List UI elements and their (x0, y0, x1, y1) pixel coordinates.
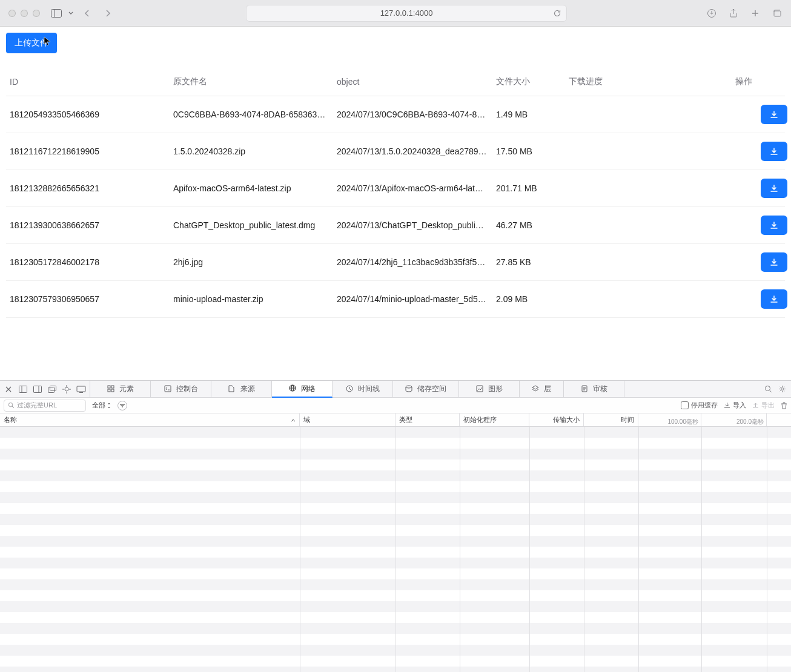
inspect-element-icon[interactable] (61, 383, 73, 395)
export-label: 导出 (761, 401, 775, 410)
table-header-row: ID 原文件名 object 文件大小 下载进度 操作 (6, 68, 785, 96)
chevron-down-icon[interactable] (68, 8, 74, 19)
network-table-header: 名称 域 类型 初始化程序 传输大小 时间 100.00毫秒 200.0毫秒 (0, 413, 791, 427)
tab-sources[interactable]: 来源 (211, 381, 272, 397)
svg-rect-14 (111, 386, 114, 388)
graphics-icon (476, 385, 485, 394)
svg-point-22 (406, 386, 412, 388)
cell-action (735, 179, 791, 198)
cell-filesize: 2.09 MB (496, 294, 569, 304)
cell-filesize: 27.85 KB (496, 257, 569, 267)
hcol-type[interactable]: 类型 (396, 413, 460, 426)
back-button[interactable] (80, 6, 94, 21)
popout-icon[interactable] (46, 383, 58, 395)
cell-action (735, 216, 791, 235)
disable-cache-input[interactable] (681, 401, 689, 409)
filter-group-label: 全部 (92, 401, 105, 410)
download-button[interactable] (761, 252, 787, 272)
import-button[interactable]: 导入 (724, 401, 746, 410)
tab-elements[interactable]: 元素 (90, 381, 151, 397)
tab-timeline[interactable]: 时间线 (333, 381, 393, 397)
tabs-overview-icon[interactable] (772, 8, 783, 19)
trash-icon[interactable] (781, 402, 787, 409)
reload-icon[interactable] (553, 9, 561, 18)
col-progress: 下载进度 (569, 76, 735, 87)
minimize-window-button[interactable] (21, 10, 28, 17)
close-devtools-icon[interactable] (2, 383, 15, 395)
filter-pill-icon[interactable] (117, 401, 127, 410)
address-bar[interactable]: 127.0.0.1:4000 (246, 5, 567, 22)
hcol-name[interactable]: 名称 (0, 413, 300, 426)
tab-label: 审核 (593, 384, 607, 394)
hcol-time[interactable]: 时间 (584, 413, 638, 426)
tab-audit[interactable]: 审核 (564, 381, 624, 397)
download-button[interactable] (761, 289, 787, 309)
cell-id: 1812116712218619905 (10, 147, 173, 156)
waterfall-header: 100.00毫秒 200.0毫秒 (638, 413, 791, 426)
downloads-icon[interactable] (706, 8, 717, 19)
tab-label: 网络 (301, 384, 316, 394)
toolbar-right-icons (706, 8, 783, 19)
download-button[interactable] (761, 216, 787, 235)
hcol-time-label: 时间 (621, 415, 634, 424)
svg-rect-6 (34, 386, 42, 392)
search-icon[interactable] (764, 385, 772, 393)
download-button[interactable] (761, 179, 787, 198)
waterfall-tick-0: 100.00毫秒 (667, 418, 698, 426)
disable-cache-checkbox[interactable]: 停用缓存 (681, 401, 718, 410)
page-content: 上传文件 ID 原文件名 object 文件大小 下载进度 操作 1812054… (0, 27, 791, 380)
forward-button[interactable] (101, 6, 115, 21)
svg-rect-11 (77, 386, 85, 392)
hcol-domain[interactable]: 域 (300, 413, 396, 426)
svg-point-27 (781, 388, 784, 390)
download-button[interactable] (761, 142, 787, 161)
waterfall-tick-1: 200.0毫秒 (736, 418, 764, 426)
svg-rect-16 (111, 389, 114, 392)
devtools-panel: 元素 控制台 来源 网络 时间线 储存空间 图形 层 (0, 380, 791, 672)
svg-rect-0 (51, 9, 62, 17)
cell-id: 1812139300638662657 (10, 220, 173, 230)
new-tab-icon[interactable] (750, 8, 761, 19)
hcol-domain-label: 域 (303, 415, 310, 424)
cell-action (735, 105, 791, 124)
cursor-icon (44, 36, 51, 46)
hcol-initiator[interactable]: 初始化程序 (460, 413, 529, 426)
disable-cache-label: 停用缓存 (691, 401, 718, 410)
tab-storage[interactable]: 储存空间 (393, 381, 459, 397)
devtools-tabbar: 元素 控制台 来源 网络 时间线 储存空间 图形 层 (0, 381, 791, 398)
filter-group-select[interactable]: 全部 (92, 401, 111, 410)
cell-object: 2024/07/13/ChatGPT_Desktop_public_… (337, 220, 496, 230)
upload-button[interactable]: 上传文件 (6, 33, 57, 53)
tab-console[interactable]: 控制台 (151, 381, 211, 397)
network-icon (289, 384, 297, 393)
cell-filesize: 17.50 MB (496, 147, 569, 156)
dock-left-icon[interactable] (17, 383, 29, 395)
storage-icon (405, 385, 414, 394)
col-object: object (337, 77, 496, 87)
cell-id: 1812307579306950657 (10, 294, 173, 304)
export-button[interactable]: 导出 (752, 401, 775, 410)
svg-point-25 (766, 386, 770, 391)
sidebar-toggle-icon[interactable] (51, 8, 62, 19)
cell-filename: Apifox-macOS-arm64-latest.zip (173, 183, 337, 193)
cell-object: 2024/07/13/0C9C6BBA-B693-4074-8D… (337, 110, 496, 119)
download-button[interactable] (761, 105, 787, 124)
tab-label: 来源 (240, 384, 255, 394)
tab-label: 元素 (119, 384, 134, 394)
layers-icon (532, 385, 540, 394)
share-icon[interactable] (728, 8, 739, 19)
settings-icon[interactable] (778, 385, 786, 393)
svg-rect-17 (165, 386, 171, 392)
device-icon[interactable] (75, 383, 87, 395)
tab-graphics[interactable]: 图形 (459, 381, 520, 397)
cell-object: 2024/07/13/Apifox-macOS-arm64-lates… (337, 183, 496, 193)
zoom-window-button[interactable] (33, 10, 40, 17)
cell-id: 1812132882665656321 (10, 183, 173, 193)
elements-icon (107, 385, 116, 394)
dock-right-icon[interactable] (31, 383, 44, 395)
url-filter-input[interactable]: 过滤完整URL (4, 400, 86, 412)
tab-layers[interactable]: 层 (520, 381, 564, 397)
tab-network[interactable]: 网络 (272, 381, 333, 398)
close-window-button[interactable] (8, 10, 16, 17)
hcol-transfer-size[interactable]: 传输大小 (529, 413, 584, 426)
